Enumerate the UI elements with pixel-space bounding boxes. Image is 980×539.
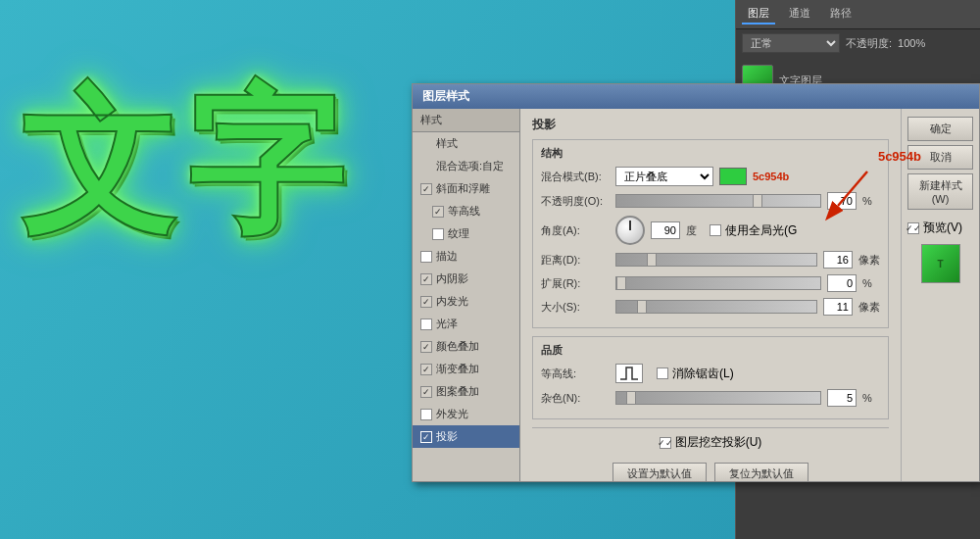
reset-default-button[interactable]: 复位为默认值 — [714, 463, 808, 481]
opacity-row: 不透明度(O): % — [541, 192, 880, 210]
noise-slider[interactable] — [615, 391, 821, 405]
contour-preview[interactable] — [615, 364, 643, 383]
spread-unit: % — [862, 277, 880, 289]
style-item-10[interactable]: ✓ 渐变叠加 — [413, 358, 519, 380]
angle-unit: 度 — [686, 223, 704, 238]
style-checkbox-9[interactable]: ✓ — [420, 341, 432, 353]
right-buttons-panel: 确定 取消 新建样式(W) ✓ 预览(V) T — [901, 109, 979, 481]
antialias-checkbox[interactable] — [657, 368, 668, 379]
style-item-12[interactable]: 外发光 — [413, 403, 519, 425]
style-checkbox-8[interactable] — [420, 318, 432, 330]
distance-unit: 像素 — [858, 253, 880, 268]
quality-title: 品质 — [541, 343, 880, 358]
style-checkbox-6[interactable]: ✓ — [420, 273, 432, 285]
tab-layers[interactable]: 图层 — [742, 4, 775, 24]
style-item-13[interactable]: ✓ 投影 — [413, 425, 519, 448]
style-item-0[interactable]: 样式 — [413, 132, 519, 155]
style-label-9: 颜色叠加 — [436, 339, 479, 354]
blend-row: 正常 不透明度: 100% — [736, 29, 980, 57]
layer-knock-row: ✓ 图层挖空投影(U) — [660, 434, 762, 451]
style-label-6: 内阴影 — [436, 271, 468, 286]
style-item-6[interactable]: ✓ 内阴影 — [413, 268, 519, 290]
shadow-color-box[interactable] — [719, 168, 747, 185]
style-label-10: 渐变叠加 — [436, 362, 479, 376]
blend-mode-dropdown[interactable]: 正片叠底 — [615, 167, 713, 186]
style-checkbox-7[interactable]: ✓ — [420, 296, 432, 308]
opacity-label: 不透明度: — [846, 36, 892, 51]
angle-input[interactable] — [651, 221, 680, 239]
style-checkbox-10[interactable]: ✓ — [420, 364, 432, 375]
style-checkbox-2[interactable]: ✓ — [420, 183, 432, 195]
distance-input[interactable] — [823, 251, 853, 269]
angle-row: 角度(A): 度 使用全局光(G — [541, 216, 880, 245]
quality-section: 品质 等高线: 消除锯齿(L) 杂色(N): — [532, 336, 889, 419]
style-label-4: 纹理 — [448, 226, 469, 241]
size-slider-container — [615, 300, 817, 314]
tab-paths[interactable]: 路径 — [824, 4, 858, 24]
dialog-body: 样式 样式 混合选项:自定 ✓ 斜面和浮雕 ✓ 等高线 纹理 — [413, 109, 979, 481]
style-checkbox-11[interactable]: ✓ — [420, 386, 432, 398]
style-checkbox-3[interactable]: ✓ — [432, 206, 444, 218]
noise-label: 杂色(N): — [541, 391, 610, 406]
angle-dial[interactable] — [615, 216, 645, 245]
spread-slider-container — [615, 276, 821, 290]
contour-label: 等高线: — [541, 367, 610, 381]
ok-button[interactable]: 确定 — [907, 117, 973, 141]
style-item-9[interactable]: ✓ 颜色叠加 — [413, 335, 519, 358]
section-title: 投影 — [532, 117, 889, 133]
blend-mode-row: 混合模式(B): 正片叠底 5c954b — [541, 167, 880, 186]
tab-channels[interactable]: 通道 — [783, 4, 816, 24]
blend-mode-select[interactable]: 正常 — [742, 33, 840, 53]
global-light-checkbox[interactable] — [710, 224, 721, 236]
style-label-12: 外发光 — [436, 407, 468, 421]
style-item-11[interactable]: ✓ 图案叠加 — [413, 380, 519, 403]
preview-checkbox[interactable]: ✓ — [907, 222, 919, 234]
style-item-1[interactable]: 混合选项:自定 — [413, 155, 519, 177]
style-item-5[interactable]: 描边 — [413, 245, 519, 268]
style-item-4[interactable]: 纹理 — [413, 222, 519, 245]
spread-input[interactable] — [827, 274, 857, 292]
style-checkbox-5[interactable] — [420, 251, 432, 263]
distance-row: 距离(D): 像素 — [541, 251, 880, 269]
styles-panel: 样式 样式 混合选项:自定 ✓ 斜面和浮雕 ✓ 等高线 纹理 — [413, 109, 520, 481]
preview-thumbnail: T — [921, 244, 960, 283]
style-item-2[interactable]: ✓ 斜面和浮雕 — [413, 177, 519, 200]
structure-title: 结构 — [541, 146, 880, 161]
size-label: 大小(S): — [541, 300, 610, 315]
structure-section: 结构 混合模式(B): 正片叠底 5c954b 不透明度(O): — [532, 139, 889, 328]
noise-unit: % — [862, 392, 880, 404]
antialias-label: 消除锯齿(L) — [672, 366, 734, 382]
cancel-button[interactable]: 取消 — [907, 145, 973, 170]
style-item-7[interactable]: ✓ 内发光 — [413, 290, 519, 313]
contour-row: 等高线: 消除锯齿(L) — [541, 364, 880, 383]
opacity-unit: % — [862, 195, 880, 207]
bottom-buttons: 设置为默认值 复位为默认值 — [612, 463, 808, 481]
noise-input[interactable] — [827, 389, 857, 407]
style-label-5: 描边 — [436, 249, 458, 264]
new-style-button[interactable]: 新建样式(W) — [907, 173, 973, 210]
style-item-3[interactable]: ✓ 等高线 — [413, 200, 519, 222]
size-row: 大小(S): 像素 — [541, 298, 880, 316]
layer-knock-checkbox[interactable]: ✓ — [660, 437, 671, 449]
preview-row: ✓ 预览(V) — [907, 220, 973, 236]
size-input[interactable] — [823, 298, 853, 316]
global-light-label: 使用全局光(G — [725, 222, 797, 239]
style-item-8[interactable]: 光泽 — [413, 313, 519, 335]
distance-slider[interactable] — [615, 253, 817, 267]
opacity-slider[interactable] — [615, 194, 821, 208]
style-label-13: 投影 — [436, 429, 458, 444]
style-checkbox-12[interactable] — [420, 409, 432, 420]
spread-slider[interactable] — [615, 276, 821, 290]
set-default-button[interactable]: 设置为默认值 — [612, 463, 707, 481]
noise-slider-container — [615, 391, 821, 405]
style-checkbox-4[interactable] — [432, 228, 444, 240]
preview-label: 预览(V) — [923, 220, 962, 236]
style-checkbox-13[interactable]: ✓ — [420, 431, 432, 443]
opacity-input[interactable] — [827, 192, 857, 210]
size-unit: 像素 — [858, 300, 880, 315]
opacity-slider-container — [615, 194, 821, 208]
style-label-1: 混合选项:自定 — [436, 159, 504, 173]
layer-knock-label: 图层挖空投影(U) — [675, 434, 762, 451]
angle-label: 角度(A): — [541, 223, 610, 238]
size-slider[interactable] — [615, 300, 817, 314]
